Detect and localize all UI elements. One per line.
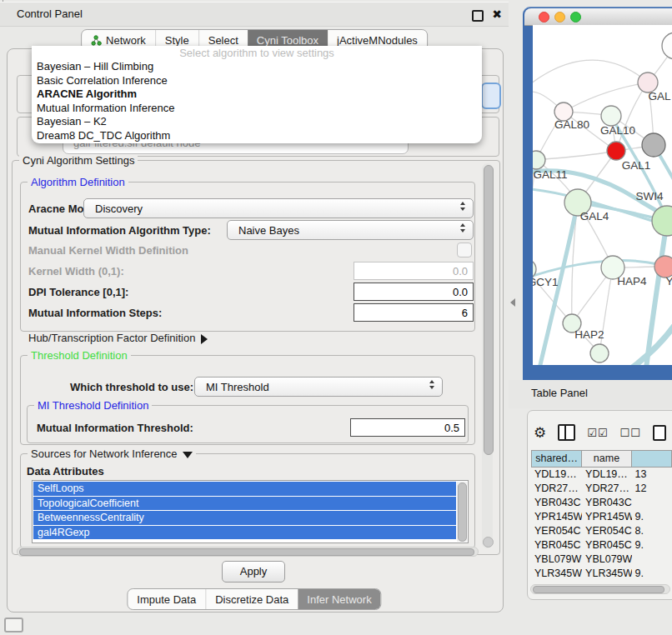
- hub-definition-expander[interactable]: Hub/Transcription Factor Definition: [28, 332, 208, 344]
- network-node[interactable]: [642, 133, 665, 157]
- mi-steps-input[interactable]: 6: [354, 303, 474, 322]
- file-icon[interactable]: [653, 425, 666, 441]
- node-label: GAL80: [554, 118, 589, 131]
- table-cell: YLR345W: [582, 567, 632, 581]
- kernel-width-input[interactable]: 0.0: [354, 262, 474, 280]
- zoom-traffic-light[interactable]: [570, 12, 581, 22]
- node-label: SWI4: [635, 190, 663, 202]
- table-cell: YBR043C: [582, 496, 632, 510]
- settings-vertical-scrollbar[interactable]: [482, 163, 493, 548]
- data-attributes-label: Data Attributes: [27, 465, 104, 478]
- table-cell: YDR27…: [582, 482, 632, 496]
- table-cell: YDR27…: [531, 482, 582, 496]
- table-row[interactable]: YDR27…YDR27…12: [531, 482, 672, 496]
- table-row[interactable]: YBL079WYBL079W: [531, 552, 672, 567]
- table-cell: [632, 581, 672, 583]
- table-row[interactable]: YPR145WYPR145W9.: [531, 510, 672, 524]
- algorithm-option[interactable]: Mutual Information Inference: [32, 102, 482, 116]
- table-cell: YIL052C: [531, 581, 582, 583]
- select-all-icon[interactable]: ☑☑: [587, 427, 608, 439]
- network-node[interactable]: [607, 142, 625, 160]
- data-attributes-list[interactable]: SelfLoopsTopologicalCoefficientBetweenne…: [32, 480, 469, 543]
- column-header-clipped[interactable]: [632, 450, 672, 468]
- dpi-tolerance-input[interactable]: 0.0: [354, 282, 474, 301]
- dock-panel-icon[interactable]: [4, 618, 23, 632]
- tab-discretize-data[interactable]: Discretize Data: [205, 589, 298, 609]
- gear-icon[interactable]: ⚙: [534, 424, 546, 441]
- mi-threshold-input[interactable]: 0.5: [350, 418, 465, 437]
- network-icon: [91, 35, 102, 46]
- column-header-name[interactable]: name: [582, 450, 631, 468]
- table-row[interactable]: YER054CYER054C8.: [531, 524, 672, 538]
- table-cell: YDL19…: [582, 468, 632, 482]
- chevron-updown-icon: [429, 380, 434, 389]
- deselect-all-icon[interactable]: ☐☐: [620, 427, 641, 439]
- node-label: GCY1: [533, 276, 558, 288]
- tab-impute-data[interactable]: Impute Data: [128, 589, 205, 609]
- table-toolbar: ⚙ ☑☑ ☐☐: [534, 421, 666, 444]
- algorithm-option[interactable]: Basic Correlation Inference: [32, 74, 482, 88]
- network-node[interactable]: [601, 106, 621, 126]
- column-header-shared-name[interactable]: shared…: [531, 450, 582, 468]
- attribute-item[interactable]: TopologicalCoefficient: [33, 497, 456, 511]
- panel-title: Control Panel: [17, 8, 83, 20]
- sources-legend[interactable]: Sources for Network Inference: [28, 448, 196, 461]
- node-label: HAP2: [574, 328, 604, 341]
- network-node[interactable]: [662, 32, 672, 59]
- node-label: GAL10: [600, 124, 635, 137]
- attribute-item[interactable]: gal4RGexp: [33, 526, 456, 540]
- network-node[interactable]: [533, 151, 545, 169]
- table-rows: YDL19…YDL19…13YDR27…YDR27…12YBR043CYBR04…: [531, 468, 672, 583]
- algorithm-dropdown-list: Bayesian – Hill ClimbingBasic Correlatio…: [32, 60, 482, 142]
- table-row[interactable]: YDL19…YDL19…13: [531, 468, 672, 482]
- table-cell: [632, 496, 672, 510]
- table-row[interactable]: YBR043CYBR043C: [531, 496, 672, 510]
- table-cell: 9.: [632, 567, 672, 581]
- split-columns-icon[interactable]: [558, 424, 575, 441]
- mi-type-select[interactable]: Naive Bayes: [227, 220, 474, 240]
- attribute-item[interactable]: BetweennessCentrality: [33, 511, 456, 525]
- dpi-tolerance-label: DPI Tolerance [0,1]:: [28, 286, 128, 298]
- table-header-row: shared… name: [531, 450, 672, 468]
- settings-horizontal-scrollbar[interactable]: [17, 547, 479, 557]
- node-label: GAL: [648, 90, 671, 102]
- cyni-bottom-tabbar: Impute Data Discretize Data Infer Networ…: [127, 588, 381, 610]
- table-cell: YBL079W: [582, 552, 632, 567]
- apply-button[interactable]: Apply: [222, 561, 285, 582]
- chevron-updown-icon: [460, 223, 465, 232]
- table-horizontal-scrollbar[interactable]: [530, 584, 670, 594]
- float-window-icon[interactable]: [472, 10, 484, 22]
- node-label: GAL4: [580, 210, 609, 222]
- tab-infer-network[interactable]: Infer Network: [298, 589, 380, 609]
- list-vertical-scrollbar[interactable]: [457, 482, 467, 542]
- table-cell: YBR043C: [531, 496, 582, 510]
- algorithm-option[interactable]: ARACNE Algorithm: [32, 88, 482, 102]
- table-cell: [632, 552, 672, 567]
- table-row[interactable]: YIL052CYIL052C: [531, 581, 672, 583]
- table-row[interactable]: YLR345WYLR345W9.: [531, 567, 672, 581]
- algorithm-option[interactable]: Bayesian – K2: [32, 115, 482, 129]
- close-traffic-light[interactable]: [539, 12, 549, 22]
- minimize-traffic-light[interactable]: [554, 12, 565, 22]
- table-cell: YPR145W: [582, 510, 632, 524]
- attr-items: SelfLoopsTopologicalCoefficientBetweenne…: [33, 482, 468, 539]
- algorithm-combobox-edge[interactable]: [481, 82, 501, 109]
- algorithm-option[interactable]: Dream8 DC_TDC Algorithm: [32, 129, 482, 143]
- mi-steps-label: Mutual Information Steps:: [28, 307, 162, 319]
- table-row[interactable]: YBR045CYBR045C9.: [531, 538, 672, 552]
- chevron-updown-icon: [460, 202, 465, 211]
- tab-label: Network: [106, 34, 146, 47]
- splitter-collapse-icon[interactable]: [510, 298, 515, 307]
- node-label: Y: [665, 275, 672, 288]
- aracne-mode-select[interactable]: Discovery: [83, 198, 474, 218]
- table-panel-title: Table Panel: [531, 387, 588, 399]
- which-threshold-select[interactable]: MI Threshold: [194, 377, 443, 397]
- network-canvas[interactable]: GALGAL80GAL10GAL1GAL11GAL4SWI4GCY1HAP4YH…: [533, 25, 672, 365]
- close-icon[interactable]: ✖: [492, 7, 502, 22]
- network-node[interactable]: [590, 344, 609, 362]
- manual-kernel-label: Manual Kernel Width Definition: [28, 244, 188, 257]
- manual-kernel-checkbox[interactable]: [457, 242, 472, 258]
- attribute-item[interactable]: SelfLoops: [33, 482, 456, 496]
- control-panel-titlebar: Control Panel ✖: [0, 2, 509, 27]
- algorithm-option[interactable]: Bayesian – Hill Climbing: [32, 60, 482, 74]
